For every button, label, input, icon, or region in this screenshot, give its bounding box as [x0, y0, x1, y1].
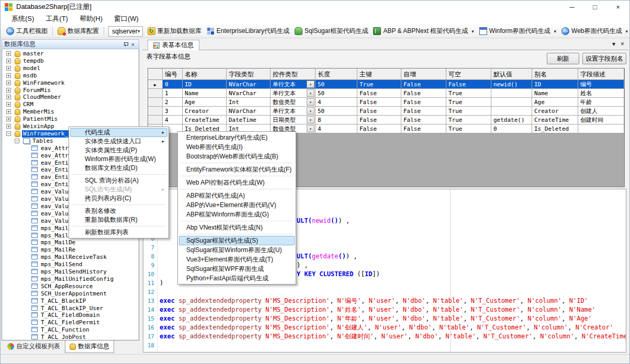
tree-item[interactable]: SCH_AppResource [2, 283, 139, 290]
grid-cell[interactable]: False [357, 107, 401, 116]
grid-header-cell[interactable]: 字段描述 [578, 69, 624, 80]
menu-item[interactable]: ABP框架Winform界面生成(G) [179, 210, 295, 219]
grid-cell[interactable]: False [357, 89, 401, 98]
grid-header-cell[interactable]: 控件类型 [271, 69, 316, 80]
grid-cell[interactable]: 8 [316, 116, 357, 124]
grid-header-cell[interactable]: 长度 [316, 69, 357, 80]
tree-expander-icon[interactable]: + [6, 109, 11, 114]
database-type-combo[interactable]: sqlserver [108, 26, 143, 37]
grid-cell[interactable]: 单行文本 [271, 80, 316, 89]
pin-icon[interactable] [122, 41, 129, 48]
grid-cell[interactable]: NVarChar [227, 80, 271, 89]
tree-expander-icon[interactable]: + [6, 124, 11, 129]
tab-table-basic-info[interactable]: 表基本信息 [148, 40, 199, 50]
grid-cell[interactable]: 年龄 [578, 98, 624, 107]
grid-cell[interactable]: False [357, 124, 401, 133]
menu-item[interactable]: EnterpriseLibrary代码生成(E) [179, 133, 295, 142]
grid-cell[interactable]: Creator [183, 107, 227, 116]
menu-item[interactable]: ABP的Vue+Element界面代码(V) [179, 200, 295, 210]
menu-item[interactable]: SQL 查询分析器(A) [70, 176, 167, 185]
tree-expander-icon[interactable]: + [6, 73, 11, 78]
grid-cell[interactable]: 1 [163, 89, 183, 98]
grid-header-cell[interactable]: 主键 [357, 69, 401, 80]
grid-cell[interactable]: CreateTime [183, 116, 227, 124]
grid-cell[interactable]: ID [532, 80, 578, 89]
maximize-button[interactable]: □ [583, 1, 606, 13]
menu-item[interactable]: Python+FastApi后端代码生成 [179, 274, 295, 283]
close-button[interactable]: × [606, 1, 629, 13]
grid-cell[interactable]: True [446, 89, 491, 98]
grid-cell[interactable]: 4 [316, 124, 357, 133]
grid-cell[interactable]: True [357, 80, 401, 89]
tree-expander-icon[interactable]: + [6, 95, 11, 99]
grid-cell[interactable]: 50 [316, 89, 357, 98]
tree-expander-icon[interactable]: + [6, 102, 11, 107]
grid-cell[interactable]: DateTime [227, 116, 271, 124]
grid-cell[interactable]: False [401, 124, 446, 133]
toolbar-winform-button[interactable]: Winform界面代码生成 [477, 26, 559, 37]
grid-cell[interactable]: 创建人 [578, 107, 624, 116]
dropdown-button[interactable] [307, 89, 314, 97]
tree-item[interactable]: +PatientMis [2, 116, 139, 123]
row-selector-cell[interactable] [148, 107, 163, 116]
tree-item[interactable]: +WinFramework [2, 79, 139, 87]
grid-cell[interactable]: 0 [163, 80, 183, 89]
menu-item[interactable]: 重新加载数据库(R) [70, 215, 167, 224]
grid-cell[interactable]: True [446, 116, 491, 124]
tree-item[interactable]: T_ACL_JobPost [2, 334, 139, 340]
grid-cell[interactable]: 创建时间 [578, 116, 624, 124]
dropdown-button[interactable] [307, 107, 314, 115]
grid-cell[interactable]: getdate() [491, 116, 532, 124]
dropdown-button[interactable] [307, 125, 314, 132]
menu-item[interactable]: SqlSugar框架代码生成(S) [179, 236, 295, 245]
tree-item[interactable]: +msdb [2, 72, 139, 79]
grid-cell[interactable]: 2 [163, 98, 183, 107]
chevron-down-icon[interactable]: ▾ [612, 40, 615, 48]
tab-custom-templates[interactable]: 自定义模板列表 [3, 340, 65, 353]
toolbar-view-button[interactable]: 工具栏视图 [4, 26, 50, 37]
tree-item[interactable]: mps_MailRe [2, 246, 139, 254]
table-row[interactable]: 0IDNVarChar单行文本50TrueFalseFalsenewid()ID… [148, 80, 624, 89]
pane-close-icon[interactable]: × [621, 40, 624, 48]
grid-cell[interactable]: Name [532, 89, 578, 98]
refresh-button[interactable]: 刷新 [547, 53, 579, 64]
grid-header-cell[interactable]: 编号 [163, 69, 183, 80]
tree-item[interactable]: +ForumMis [2, 87, 139, 94]
grid-header-cell[interactable]: 字段类型 [227, 69, 271, 80]
grid-header-cell[interactable]: 可空 [446, 69, 491, 80]
menu-item[interactable]: Abp VNext框架代码生成(N) [179, 223, 295, 232]
tree-item[interactable]: +tempdb [2, 58, 139, 65]
toolbar-enterpriselibrary-button[interactable]: EnterpriseLibrary代码生成 [204, 26, 292, 37]
tree-expander-icon[interactable]: + [6, 66, 11, 71]
grid-header-cell[interactable]: 自增 [401, 69, 446, 80]
tree-item[interactable]: +model [2, 65, 139, 72]
menu-item[interactable]: 拷贝列表内容(C) [70, 194, 167, 203]
menu-item[interactable]: 刷新数据库列表 [70, 228, 167, 237]
grid-cell[interactable]: Age [183, 98, 227, 107]
toolbar-abp-button[interactable]: ABP & ABPNext 框架代码生成 [370, 26, 476, 37]
tree-item[interactable]: T_ACL_FieldPermit [2, 319, 139, 326]
grid-cell[interactable]: Creator [532, 107, 578, 116]
menu-window[interactable]: 窗口(W) [108, 13, 144, 25]
tree-item[interactable]: mps_MailDe [2, 239, 139, 246]
dropdown-button[interactable] [307, 98, 314, 106]
tree-item[interactable]: T_ACL_BlackIP [2, 298, 139, 305]
menu-item[interactable]: Web API控制器代码生成(W) [179, 178, 295, 187]
grid-cell[interactable]: 50 [316, 80, 357, 89]
menu-item[interactable]: 表别名修改 [70, 207, 167, 215]
menu-item[interactable]: SqlSugar框架Winform界面生成(U) [179, 245, 295, 255]
grid-cell[interactable]: False [401, 89, 446, 98]
grid-cell[interactable]: newid() [491, 80, 532, 89]
tree-expander-icon[interactable]: − [6, 131, 11, 136]
grid-cell[interactable]: 姓名 [578, 89, 624, 98]
menu-item[interactable]: Vue3+Element界面代码生成(T) [179, 255, 295, 264]
grid-cell[interactable]: 单行文本 [271, 107, 316, 116]
menu-item[interactable]: SQL语句生成(M)▸ [70, 185, 167, 194]
tree-item[interactable]: mps_MailSend [2, 261, 139, 268]
menu-item[interactable]: Bootstrap的Web界面代码生成(B) [179, 152, 295, 161]
tree-expander-icon[interactable]: + [6, 88, 11, 93]
toolbar-reload-button[interactable]: 重新加载数据库 [145, 26, 204, 37]
tree-item[interactable]: +CRM [2, 101, 139, 108]
tree-item[interactable]: +CloudMember [2, 94, 139, 101]
grid-cell[interactable]: 0 [491, 124, 532, 133]
